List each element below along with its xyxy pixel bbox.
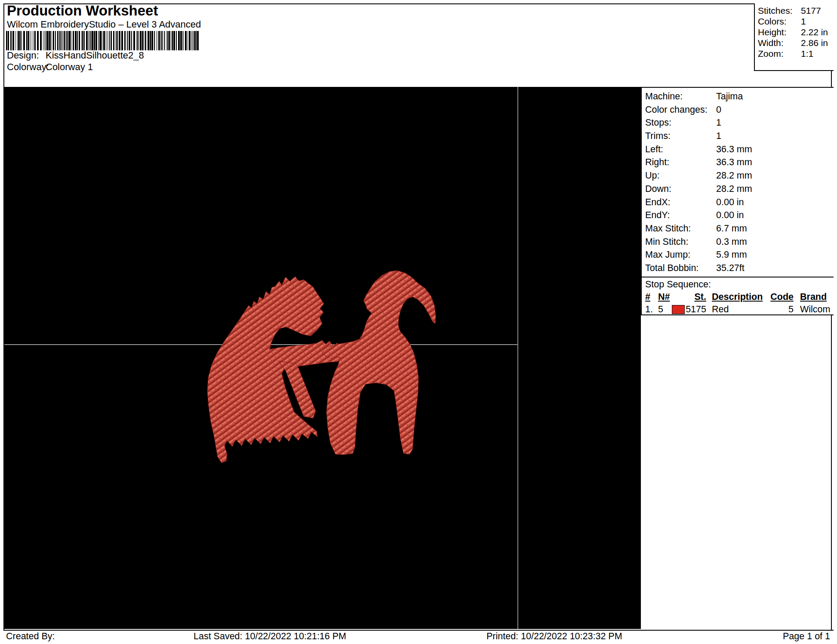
silhouette-man <box>207 277 349 463</box>
stops-label: Stops: <box>645 117 671 128</box>
machine-label: Machine: <box>645 91 683 102</box>
col-needle: N# <box>658 291 670 303</box>
width-value: 2.86 in <box>801 37 828 48</box>
colors-value: 1 <box>801 16 806 27</box>
colorway-row: Colorway: Colorway 1 <box>7 62 49 73</box>
down-value: 28.2 mm <box>716 182 752 196</box>
summary-row-width: Width:2.86 in <box>758 37 834 48</box>
page-number: Page 1 of 1 <box>783 631 830 642</box>
color-changes-label: Color changes: <box>645 105 708 115</box>
stops-value: 1 <box>716 116 721 129</box>
col-number: # <box>645 291 650 303</box>
stop-sequence-section: Stop Sequence: # N# St. Description Code… <box>642 277 834 316</box>
right-value: 36.3 mm <box>716 156 752 169</box>
max-jump-value: 5.9 mm <box>716 248 747 262</box>
info-row-stops: Stops:1 <box>645 116 834 129</box>
col-code: Code <box>766 291 794 303</box>
info-row-trims: Trims:1 <box>645 129 834 143</box>
design-summary-box: Stitches:5177 Colors:1 Height:2.22 in Wi… <box>754 3 834 71</box>
colorway-name: Colorway 1 <box>46 62 93 73</box>
page-title: Production Worksheet <box>7 3 158 19</box>
trims-label: Trims: <box>645 131 671 141</box>
zoom-label: Zoom: <box>758 49 784 59</box>
last-saved-text: Last Saved: 10/22/2022 10:21:16 PM <box>194 631 346 642</box>
info-row-endy: EndY:0.00 in <box>645 209 834 222</box>
up-value: 28.2 mm <box>716 169 752 182</box>
info-row-color-changes: Color changes:0 <box>645 103 834 117</box>
colorway-label: Colorway: <box>7 62 49 73</box>
info-row-machine: Machine:Tajima <box>645 90 834 103</box>
stitches-label: Stitches: <box>758 6 793 15</box>
trims-value: 1 <box>716 129 721 143</box>
info-row-max-stitch: Max Stitch:6.7 mm <box>645 222 834 235</box>
color-changes-value: 0 <box>716 103 721 117</box>
footer-bar: Created By: Last Saved: 10/22/2022 10:21… <box>3 630 834 641</box>
stop-stitch-count: 5175 <box>683 303 706 316</box>
up-label: Up: <box>645 170 659 181</box>
production-worksheet-page: Production Worksheet Wilcom EmbroiderySt… <box>0 0 837 644</box>
info-row-left: Left:36.3 mm <box>645 143 834 156</box>
stitches-value: 5177 <box>801 5 821 16</box>
endx-label: EndX: <box>645 197 671 207</box>
summary-row-colors: Colors:1 <box>758 16 834 27</box>
stop-sequence-header-row: # N# St. Description Code Brand <box>642 291 834 303</box>
stop-needle: 5 <box>658 303 663 316</box>
col-stitch: St. <box>683 291 706 303</box>
design-label: Design: <box>7 50 39 61</box>
min-stitch-label: Min Stitch: <box>645 237 688 247</box>
stop-sequence-title: Stop Sequence: <box>642 277 834 291</box>
endx-value: 0.00 in <box>716 196 744 209</box>
zoom-value: 1:1 <box>801 48 813 59</box>
software-subtitle: Wilcom EmbroideryStudio – Level 3 Advanc… <box>7 19 201 30</box>
design-name: KissHandSilhouette2_8 <box>46 50 144 61</box>
created-by-label: Created By: <box>6 631 55 642</box>
stop-description: Red <box>712 303 729 316</box>
design-canvas <box>4 87 641 629</box>
max-stitch-label: Max Stitch: <box>645 223 691 234</box>
summary-row-stitches: Stitches:5177 <box>758 5 834 16</box>
machine-value: Tajima <box>716 90 743 103</box>
width-label: Width: <box>758 38 784 48</box>
right-label: Right: <box>645 157 669 167</box>
down-label: Down: <box>645 184 671 194</box>
design-barcode <box>6 31 200 50</box>
stop-brand: Wilcom <box>800 303 830 316</box>
max-stitch-value: 6.7 mm <box>716 222 747 235</box>
summary-row-zoom: Zoom:1:1 <box>758 48 834 59</box>
printed-text: Printed: 10/22/2022 10:23:32 PM <box>486 631 622 642</box>
endy-value: 0.00 in <box>716 209 744 222</box>
info-row-up: Up:28.2 mm <box>645 169 834 182</box>
summary-row-height: Height:2.22 in <box>758 27 834 37</box>
col-brand: Brand <box>800 291 827 303</box>
max-jump-label: Max Jump: <box>645 250 690 260</box>
stop-number: 1. <box>645 303 653 316</box>
machine-info-rows: Machine:Tajima Color changes:0 Stops:1 T… <box>642 88 834 275</box>
info-row-total-bobbin: Total Bobbin:35.27ft <box>645 262 834 275</box>
info-row-min-stitch: Min Stitch:0.3 mm <box>645 235 834 249</box>
stop-sequence-row: 1. 5 5175 Red 5 Wilcom <box>642 303 834 316</box>
left-value: 36.3 mm <box>716 143 752 156</box>
endy-label: EndY: <box>645 210 670 220</box>
stop-code: 5 <box>766 303 794 316</box>
info-row-right: Right:36.3 mm <box>645 156 834 169</box>
info-row-endx: EndX:0.00 in <box>645 196 834 209</box>
design-name-row: Design: KissHandSilhouette2_8 <box>7 50 39 61</box>
info-row-max-jump: Max Jump:5.9 mm <box>645 248 834 262</box>
min-stitch-value: 0.3 mm <box>716 235 747 249</box>
col-description: Description <box>712 291 763 303</box>
embroidery-design-kiss-hand-silhouette <box>4 87 641 629</box>
total-bobbin-value: 35.27ft <box>716 262 745 275</box>
info-row-down: Down:28.2 mm <box>645 182 834 196</box>
left-label: Left: <box>645 144 663 154</box>
height-value: 2.22 in <box>801 27 828 37</box>
silhouette-woman <box>322 271 436 455</box>
total-bobbin-label: Total Bobbin: <box>645 263 699 273</box>
height-label: Height: <box>758 27 787 37</box>
machine-info-panel: Machine:Tajima Color changes:0 Stops:1 T… <box>641 87 834 315</box>
colors-label: Colors: <box>758 16 787 26</box>
